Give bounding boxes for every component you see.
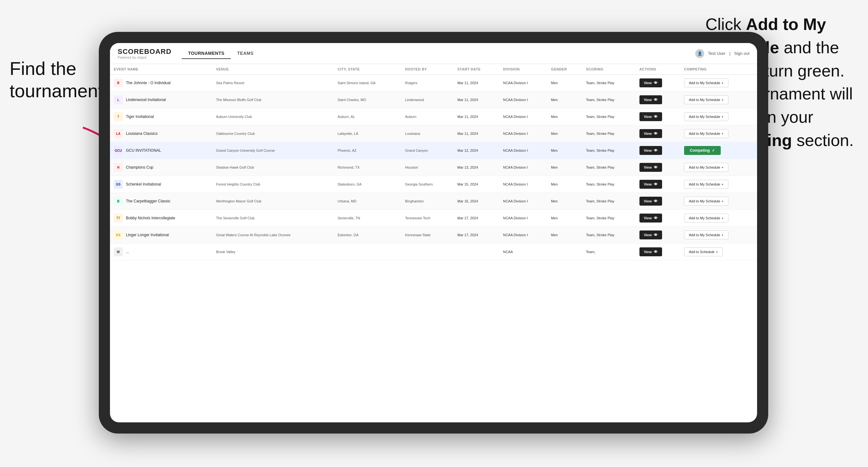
team-logo: H (114, 163, 123, 172)
competing-cell: Add to My Schedule + (680, 227, 757, 244)
hosted-cell: Louisiana (401, 125, 454, 142)
city-cell: Auburn, AL (334, 108, 401, 125)
venue-cell: Shadow Hawk Golf Club (212, 159, 334, 176)
city-cell: Phoenix, AZ (334, 142, 401, 159)
plus-icon: + (721, 132, 723, 135)
scoring-cell: Team, Stroke Play (582, 142, 636, 159)
event-name: Bobby Nichols Intercollegiate (126, 216, 175, 220)
checkmark-icon: ✓ (712, 148, 715, 153)
scoring-cell: Team, Stroke Play (582, 74, 636, 92)
table-row: LA Louisiana Classics Oakbourne Country … (110, 125, 757, 142)
view-button[interactable]: View 👁 (640, 112, 662, 121)
view-button[interactable]: View 👁 (640, 180, 662, 189)
col-competing: COMPETING (680, 64, 757, 74)
view-button[interactable]: View 👁 (640, 247, 662, 256)
eye-icon: 👁 (654, 97, 658, 102)
add-to-schedule-button[interactable]: Add to My Schedule + (684, 180, 728, 189)
view-button[interactable]: View 👁 (640, 214, 662, 222)
plus-icon: + (721, 216, 723, 220)
city-cell: Lafayette, LA (334, 125, 401, 142)
hosted-cell: Binghamton (401, 193, 454, 210)
plus-icon: + (721, 98, 723, 102)
competing-button[interactable]: Competing ✓ (684, 146, 721, 155)
venue-cell: Great Waters Course At Reynolds Lake Oco… (212, 227, 334, 244)
team-logo: TT (114, 214, 123, 222)
gender-cell: Men (547, 125, 582, 142)
view-button[interactable]: View 👁 (640, 230, 662, 240)
city-cell: Saint Charles, MO (334, 92, 401, 108)
event-name: Linger Longer Invitational (126, 233, 169, 237)
competing-cell: Add to My Schedule + (680, 176, 757, 193)
eye-icon: 👁 (654, 199, 658, 204)
add-to-schedule-button[interactable]: Add to My Schedule + (684, 197, 728, 206)
tab-tournaments[interactable]: TOURNAMENTS (182, 48, 231, 59)
view-button[interactable]: View 👁 (640, 79, 662, 87)
venue-cell: The Missouri Bluffs Golf Club (212, 92, 334, 108)
eye-icon: 👁 (654, 131, 658, 136)
date-cell (454, 244, 499, 260)
plus-icon: + (721, 165, 723, 169)
left-annotation: Find the tournament. (9, 57, 108, 102)
event-name: Tiger Invitational (126, 115, 154, 119)
event-name: GCU INVITATIONAL (126, 148, 161, 153)
sign-out-link[interactable]: Sign out (734, 51, 749, 56)
view-button[interactable]: View 👁 (640, 146, 662, 155)
eye-icon: 👁 (654, 81, 658, 85)
plus-icon: + (721, 115, 723, 119)
right-annotation-text1: Click (706, 15, 746, 33)
division-cell: NCAA Division I (499, 125, 547, 142)
scoring-cell: Team, Stroke Play (582, 92, 636, 108)
add-to-schedule-button[interactable]: Add to My Schedule + (684, 112, 728, 121)
view-button[interactable]: View 👁 (640, 129, 662, 138)
actions-cell: View 👁 (636, 193, 680, 210)
date-cell: Mar 11, 2024 (454, 74, 499, 92)
division-cell: NCAA Division I (499, 142, 547, 159)
eye-icon: 👁 (654, 182, 658, 186)
date-cell: Mar 17, 2024 (454, 210, 499, 227)
add-to-schedule-button[interactable]: Add to Schedule + (684, 247, 723, 256)
date-cell: Mar 17, 2024 (454, 227, 499, 244)
city-cell: Saint Simons Island, GA (334, 74, 401, 92)
add-to-schedule-button[interactable]: Add to My Schedule + (684, 163, 728, 172)
table-row: B The Carpetbagger Classic Worthington M… (110, 193, 757, 210)
gender-cell: Men (547, 74, 582, 92)
add-to-schedule-button[interactable]: Add to My Schedule + (684, 214, 728, 222)
app-header: SCOREBOARD Powered by clippd TOURNAMENTS… (110, 43, 757, 64)
add-to-schedule-button[interactable]: Add to My Schedule + (684, 129, 728, 138)
event-name: Louisiana Classics (126, 131, 157, 136)
plus-icon: + (716, 250, 718, 254)
tablet-frame: SCOREBOARD Powered by clippd TOURNAMENTS… (99, 32, 768, 434)
team-logo: L (114, 95, 123, 104)
actions-cell: View 👁 (636, 74, 680, 92)
view-button[interactable]: View 👁 (640, 197, 662, 206)
venue-cell: Sea Palms Resort (212, 74, 334, 92)
event-name: The Johnnie - O Individual (126, 81, 170, 85)
table-row: L Lindenwood Invitational The Missouri B… (110, 92, 757, 108)
add-to-schedule-button[interactable]: Add to My Schedule + (684, 95, 728, 104)
city-cell: Richmond, TX (334, 159, 401, 176)
add-to-schedule-button[interactable]: Add to My Schedule + (684, 230, 728, 240)
table-container: EVENT NAME VENUE CITY, STATE HOSTED BY S… (110, 64, 757, 423)
left-annotation-line1: Find the (9, 57, 108, 80)
tab-teams[interactable]: TEAMS (231, 48, 260, 59)
date-cell: Mar 12, 2024 (454, 142, 499, 159)
gender-cell (547, 244, 582, 260)
actions-cell: View 👁 (636, 142, 680, 159)
view-button[interactable]: View 👁 (640, 95, 662, 104)
add-to-schedule-button[interactable]: Add to My Schedule + (684, 79, 728, 87)
date-cell: Mar 11, 2024 (454, 108, 499, 125)
actions-cell: View 👁 (636, 92, 680, 108)
logo-text: SCOREBOARD (118, 48, 172, 56)
scoring-cell: Team, Stroke Play (582, 108, 636, 125)
header-divider: | (729, 51, 730, 56)
team-logo: W (114, 247, 123, 256)
table-row: GCU GCU INVITATIONAL Grand Canyon Univer… (110, 142, 757, 159)
col-gender: GENDER (547, 64, 582, 74)
event-name: Champions Cup (126, 165, 153, 169)
scoring-cell: Team, Stroke Play (582, 176, 636, 193)
eye-icon: 👁 (654, 233, 658, 237)
gender-cell: Men (547, 210, 582, 227)
view-button[interactable]: View 👁 (640, 163, 662, 172)
division-cell: NCAA Division I (499, 176, 547, 193)
left-annotation-line2: tournament. (9, 80, 108, 102)
